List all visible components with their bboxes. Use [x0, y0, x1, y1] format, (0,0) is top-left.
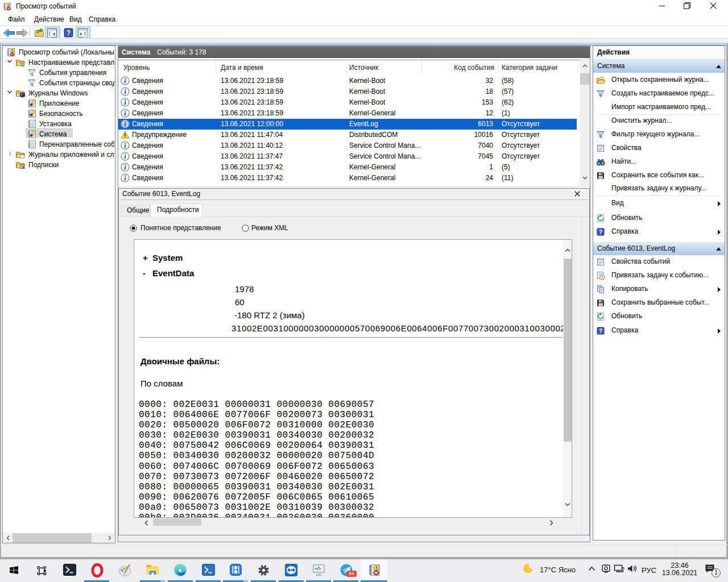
svg-text:?: ? — [599, 327, 602, 334]
svg-text:?: ? — [599, 228, 602, 235]
svg-text:?: ? — [67, 29, 71, 37]
